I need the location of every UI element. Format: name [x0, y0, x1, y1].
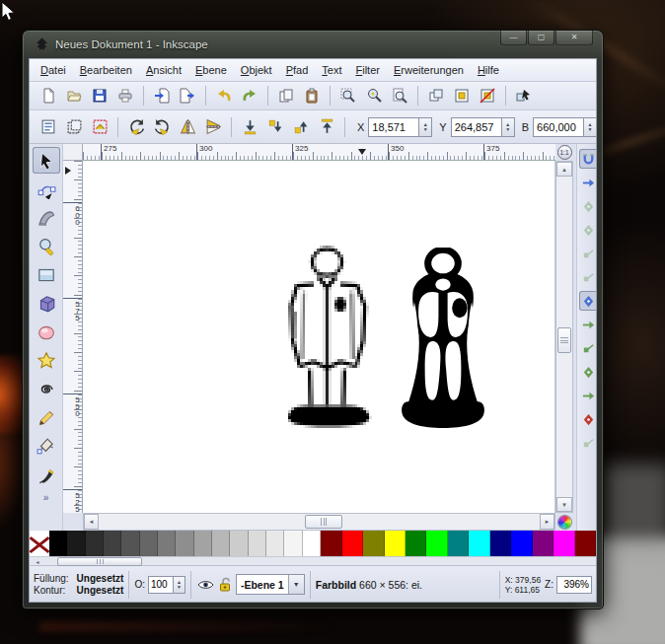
tool-node-editor[interactable] [33, 176, 60, 202]
menu-ebene[interactable]: Ebene [188, 61, 234, 79]
menu-filter[interactable]: Filter [348, 61, 386, 79]
snap-smooth-nodes-button[interactable] [579, 386, 598, 405]
snap-cusp-nodes-button[interactable] [579, 362, 598, 382]
zoom-ratio-badge[interactable]: 1:1 [555, 144, 573, 161]
rotate-ccw-button[interactable] [124, 115, 148, 139]
palette-swatch[interactable] [533, 531, 554, 556]
tool-spiral[interactable] [33, 376, 60, 402]
palette-swatch[interactable] [363, 531, 384, 556]
paste-button[interactable] [300, 84, 324, 107]
flip-horizontal-button[interactable] [176, 115, 199, 139]
color-management-corner[interactable] [555, 513, 573, 531]
palette-swatch[interactable] [469, 531, 489, 556]
palette-swatch[interactable] [321, 531, 341, 556]
tool-calligraphy[interactable] [33, 462, 60, 488]
toolbox-overflow-button[interactable]: » [43, 492, 49, 503]
tool-tweak[interactable] [33, 204, 60, 231]
zoom-to-selection-button[interactable] [336, 84, 360, 107]
menu-text[interactable]: Text [315, 61, 348, 79]
titlebar[interactable]: Neues Dokument 1 - Inkscape — ▢ ✕ [23, 31, 603, 58]
snap-bbox-centers-button[interactable] [579, 267, 598, 287]
raise-one-step-button[interactable] [289, 115, 313, 139]
scroll-up-button[interactable]: ▲ [556, 162, 572, 177]
palette-swatch[interactable] [176, 531, 193, 556]
close-button[interactable]: ✕ [555, 31, 593, 45]
rotate-cw-button[interactable] [150, 115, 174, 139]
new-document-button[interactable] [37, 84, 60, 107]
tool-ellipse[interactable] [33, 319, 60, 345]
vertical-ruler[interactable]: 600 575 550 525 [63, 161, 83, 513]
layer-lock-toggle[interactable] [216, 575, 236, 595]
layer-dropdown-button[interactable]: ▼ [288, 575, 304, 594]
snap-nodes-button[interactable] [579, 291, 598, 311]
palette-swatch[interactable] [86, 531, 104, 556]
width-field-input[interactable] [533, 117, 584, 137]
scroll-right-button[interactable]: ► [540, 514, 554, 530]
layer-visibility-toggle[interactable] [196, 575, 216, 595]
no-color-swatch[interactable] [30, 531, 49, 556]
open-document-button[interactable] [62, 84, 86, 107]
lower-to-bottom-button[interactable] [238, 115, 261, 139]
snap-path-intersections-button[interactable] [579, 338, 598, 358]
menu-hilfe[interactable]: Hilfe [471, 61, 506, 79]
vertical-scroll-thumb[interactable] [557, 327, 571, 353]
snap-bbox-corners-button[interactable] [579, 220, 598, 240]
vector-man-figure[interactable] [397, 248, 489, 441]
opacity-spinner[interactable]: ▲▼ [174, 576, 185, 594]
palette-swatch[interactable] [342, 531, 363, 556]
unlink-clone-button[interactable] [476, 84, 499, 107]
palette-swatch[interactable] [67, 531, 85, 556]
menu-objekt[interactable]: Objekt [234, 61, 279, 79]
menu-erweiterungen[interactable]: Erweiterungen [387, 61, 471, 79]
palette-scroll-left-button[interactable]: ◄ [32, 558, 43, 565]
undo-button[interactable] [212, 84, 236, 107]
tool-zoom[interactable] [33, 233, 60, 259]
snap-bounding-box-button[interactable] [579, 173, 598, 192]
deselect-button[interactable] [88, 115, 111, 139]
group-objects-button[interactable] [512, 84, 536, 107]
palette-swatch[interactable] [212, 531, 230, 556]
palette-swatch[interactable] [511, 531, 532, 556]
tool-bezier-pen[interactable] [33, 433, 60, 460]
menu-datei[interactable]: Datei [34, 61, 73, 79]
palette-swatch[interactable] [230, 531, 248, 556]
canvas[interactable] [83, 161, 555, 513]
fill-stroke-indicator[interactable]: Füllung: Ungesetzt Kontur: Ungesetzt [34, 573, 123, 596]
horizontal-ruler[interactable]: 275 300 325 350 375 [83, 144, 555, 161]
palette-swatch[interactable] [266, 531, 284, 556]
zoom-to-drawing-button[interactable] [362, 84, 386, 107]
redo-button[interactable] [238, 84, 261, 107]
select-all-button[interactable] [37, 115, 60, 139]
palette-swatch[interactable] [554, 531, 574, 556]
print-button[interactable] [113, 84, 137, 107]
palette-swatch[interactable] [158, 531, 176, 556]
snap-midpoints-button[interactable] [579, 409, 598, 429]
flip-vertical-button[interactable] [201, 115, 225, 139]
tool-selector[interactable] [33, 147, 60, 174]
select-all-layers-button[interactable] [62, 115, 86, 139]
palette-swatch[interactable] [284, 531, 302, 556]
menu-bearbeiten[interactable]: Bearbeiten [73, 61, 139, 79]
menu-ansicht[interactable]: Ansicht [139, 61, 188, 79]
raise-to-top-button[interactable] [315, 115, 338, 139]
palette-swatch[interactable] [385, 531, 406, 556]
menu-pfad[interactable]: Pfad [279, 61, 316, 79]
snap-paths-button[interactable] [579, 315, 598, 334]
tool-star[interactable] [33, 347, 60, 374]
palette-swatch[interactable] [121, 531, 139, 556]
x-field-input[interactable] [368, 117, 419, 137]
tool-rectangle[interactable] [33, 261, 60, 288]
snap-bbox-edges-button[interactable] [579, 196, 598, 216]
palette-swatch[interactable] [426, 531, 447, 556]
scroll-down-button[interactable]: ▼ [556, 497, 572, 512]
palette-scroll-thumb[interactable] [57, 557, 142, 566]
palette-swatch[interactable] [194, 531, 212, 556]
tool-pencil[interactable] [33, 404, 60, 431]
palette-swatch[interactable] [49, 531, 67, 556]
palette-swatch[interactable] [140, 531, 158, 556]
duplicate-button[interactable] [424, 84, 448, 107]
layer-selector[interactable]: -Ebene 1 ▼ [236, 574, 305, 595]
export-button[interactable] [176, 84, 199, 107]
minimize-button[interactable]: — [500, 31, 527, 45]
palette-swatch[interactable] [104, 531, 121, 556]
